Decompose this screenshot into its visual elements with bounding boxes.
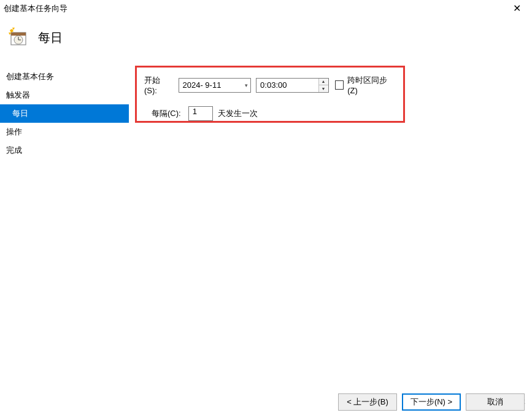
- cancel-button[interactable]: 取消: [466, 393, 525, 411]
- interval-input[interactable]: 1: [188, 106, 213, 121]
- sidebar-item-daily[interactable]: 每日: [0, 104, 129, 123]
- interval-suffix: 天发生一次: [218, 108, 258, 119]
- wizard-header: 每日: [0, 17, 532, 63]
- sync-timezone-label: 跨时区同步(Z): [347, 75, 396, 95]
- interval-row: 每隔(C): 1 天发生一次: [144, 106, 396, 121]
- sidebar-item-finish[interactable]: 完成: [0, 141, 129, 160]
- close-icon[interactable]: ✕: [508, 2, 526, 14]
- interval-label: 每隔(C):: [152, 108, 181, 119]
- sync-timezone-checkbox[interactable]: [335, 80, 344, 90]
- time-value: 0:03:00: [260, 80, 287, 90]
- date-picker[interactable]: 2024- 9-11 ▾: [179, 78, 252, 93]
- content-pane: 开始(S): 2024- 9-11 ▾ 0:03:00 ▲ ▼ 跨时区同步(Z): [129, 63, 532, 382]
- title-bar: 创建基本任务向导 ✕: [0, 0, 532, 17]
- page-title: 每日: [38, 29, 63, 46]
- date-value: 2024- 9-11: [183, 80, 222, 90]
- window-title: 创建基本任务向导: [4, 3, 67, 14]
- wizard-footer: < 上一步(B) 下一步(N) > 取消: [338, 393, 525, 411]
- next-button[interactable]: 下一步(N) >: [402, 393, 461, 411]
- chevron-down-icon[interactable]: ▾: [245, 82, 248, 88]
- svg-marker-6: [9, 33, 11, 35]
- svg-marker-5: [10, 29, 13, 33]
- back-button[interactable]: < 上一步(B): [338, 393, 397, 411]
- start-row: 开始(S): 2024- 9-11 ▾ 0:03:00 ▲ ▼ 跨时区同步(Z): [144, 75, 396, 95]
- highlight-box: 开始(S): 2024- 9-11 ▾ 0:03:00 ▲ ▼ 跨时区同步(Z): [135, 66, 405, 123]
- wizard-sidebar: 创建基本任务 触发器 每日 操作 完成: [0, 63, 129, 382]
- spinner-up-icon[interactable]: ▲: [319, 79, 328, 86]
- time-spinner: ▲ ▼: [318, 79, 328, 92]
- spinner-down-icon[interactable]: ▼: [319, 85, 328, 92]
- sidebar-item-create-basic-task[interactable]: 创建基本任务: [0, 68, 129, 86]
- sidebar-item-action[interactable]: 操作: [0, 123, 129, 141]
- sidebar-item-trigger[interactable]: 触发器: [0, 86, 129, 104]
- main-area: 创建基本任务 触发器 每日 操作 完成 开始(S): 2024- 9-11 ▾ …: [0, 63, 532, 382]
- svg-rect-1: [11, 33, 26, 36]
- time-picker[interactable]: 0:03:00 ▲ ▼: [256, 78, 328, 93]
- sync-timezone-checkbox-wrap[interactable]: 跨时区同步(Z): [335, 75, 396, 95]
- start-label: 开始(S):: [144, 75, 172, 95]
- calendar-clock-icon: [9, 28, 28, 47]
